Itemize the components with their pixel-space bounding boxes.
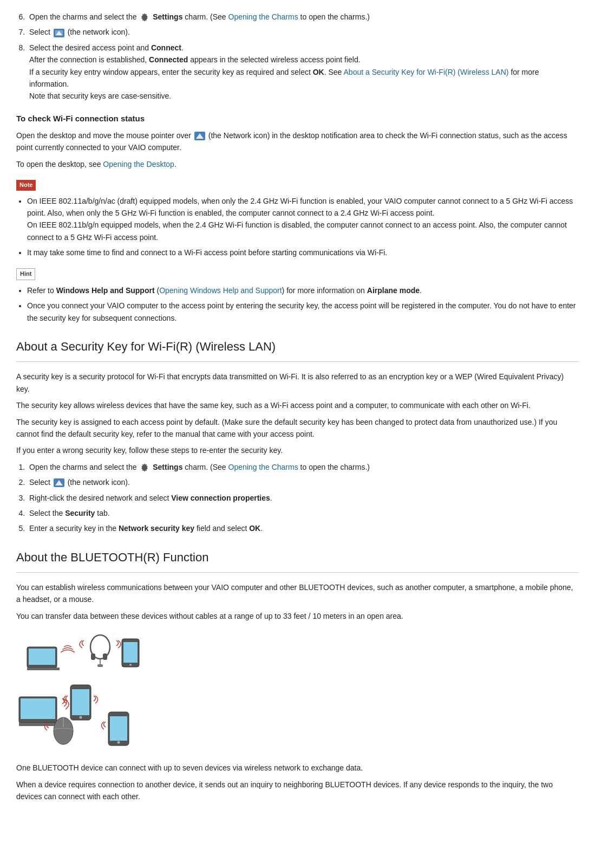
windows-help-link[interactable]: Opening Windows Help and Support: [159, 286, 282, 295]
step8-sub1-bold: Connected: [149, 55, 188, 64]
sk-step-2: Select (the network icon).: [27, 476, 579, 488]
svg-rect-22: [19, 723, 60, 726]
divider-2: [16, 572, 579, 573]
step8-sub2-bold: OK: [313, 68, 324, 76]
divider-1: [16, 361, 579, 362]
wifi-para1-pre: Open the desktop and move the mouse poin…: [16, 131, 191, 140]
sk-para3: The security key is assigned to each acc…: [16, 416, 579, 441]
bt-para1: You can establish wireless communication…: [16, 581, 579, 606]
svg-rect-29: [110, 716, 127, 741]
step8-sub1-pre: After the connection is established,: [29, 55, 147, 64]
sk-para1: A security key is a security protocol fo…: [16, 371, 579, 395]
step-6: Open the charms and select the Settings …: [27, 11, 579, 23]
hint-list: Refer to Windows Help and Support (Openi…: [27, 284, 579, 324]
hint-item-1: Refer to Windows Help and Support (Openi…: [27, 284, 579, 296]
svg-rect-24: [72, 689, 89, 715]
bt-para4: When a device requires connection to ano…: [16, 779, 579, 803]
step6-charm: charm. (See: [185, 12, 226, 21]
sk-step-3: Right-click the desired network and sele…: [27, 492, 579, 504]
settings-icon: [140, 12, 149, 22]
note-item-1: On IEEE 802.11a/b/g/n/ac (draft) equippe…: [27, 195, 579, 244]
sk-para4: If you enter a wrong security key, follo…: [16, 444, 579, 456]
svg-point-19: [129, 664, 132, 666]
step-8: Select the desired access point and Conn…: [27, 42, 579, 102]
step8-sub1-post: appears in the selected wireless access …: [190, 55, 360, 64]
security-key-link-top[interactable]: About a Security Key for Wi-Fi(R) (Wirel…: [344, 68, 509, 76]
svg-point-30: [117, 741, 120, 744]
step8-sub2: If a security key entry window appears, …: [29, 66, 579, 90]
wifi-para2-end: .: [174, 160, 176, 169]
wifi-para1-icon-label: (the Network icon): [208, 131, 270, 140]
step8-sub2-pre: If a security key entry window appears, …: [29, 68, 311, 76]
svg-rect-18: [123, 642, 138, 663]
hint-item-2: Once you connect your VAIO computer to t…: [27, 300, 579, 324]
svg-point-25: [80, 716, 82, 719]
step8-sub1: After the connection is established, Con…: [29, 54, 579, 66]
bluetooth-heading: About the BLUETOOTH(R) Function: [16, 548, 579, 567]
svg-rect-13: [91, 653, 95, 660]
step6-text: Open the charms and select the: [29, 12, 136, 21]
step7-icon-label: (the network icon).: [68, 28, 130, 36]
sk-step-5: Enter a security key in the Network secu…: [27, 522, 579, 534]
step-7: Select (the network icon).: [27, 26, 579, 38]
step8-period: .: [181, 43, 184, 52]
wifi-para1: Open the desktop and move the mouse poin…: [16, 129, 579, 154]
wifi-para2: To open the desktop, see Opening the Des…: [16, 158, 579, 170]
sk-step-1: Open the charms and select the Settings …: [27, 461, 579, 473]
note-list: On IEEE 802.11a/b/g/n/ac (draft) equippe…: [27, 195, 579, 259]
sk-para2: The security key allows wireless devices…: [16, 399, 579, 411]
step7-text: Select: [29, 28, 50, 36]
step8-bold: Connect: [151, 43, 181, 52]
wifi-status-heading: To check Wi-Fi connection status: [16, 112, 579, 125]
note-item-2: It may take some time to find and connec…: [27, 247, 579, 258]
network-icon-2: [194, 132, 205, 140]
svg-rect-14: [103, 653, 107, 660]
step8-pre: Select the desired access point and: [29, 43, 149, 52]
svg-rect-21: [21, 698, 55, 719]
settings-icon-2: [140, 463, 149, 472]
bluetooth-illustration: [16, 631, 579, 753]
step8-sub3: Note that security keys are case-sensiti…: [29, 90, 579, 102]
opening-charms-link-1[interactable]: Opening the Charms: [228, 12, 298, 21]
opening-desktop-link[interactable]: Opening the Desktop: [103, 160, 174, 169]
bt-para2: You can transfer data between these devi…: [16, 610, 579, 622]
bt-para3: One BLUETOOTH device can connect with up…: [16, 762, 579, 774]
wifi-para2-pre: To open the desktop, see: [16, 160, 101, 169]
svg-rect-16: [97, 664, 103, 667]
the-text: the: [446, 301, 456, 310]
security-key-heading: About a Security Key for Wi-Fi(R) (Wirel…: [16, 337, 579, 356]
step8-sub2-mid: . See: [324, 68, 342, 76]
sk-step-4: Select the Security tab.: [27, 507, 579, 519]
step6-settings: Settings: [153, 12, 182, 21]
network-icon-1: [54, 29, 64, 37]
opening-charms-link-2[interactable]: Opening the Charms: [228, 463, 298, 471]
note-badge: Note: [16, 180, 36, 191]
security-key-steps: Open the charms and select the Settings …: [27, 461, 579, 535]
steps-list: Open the charms and select the Settings …: [27, 11, 579, 102]
hint-badge: Hint: [16, 268, 35, 280]
svg-rect-10: [29, 649, 55, 665]
step6-end: to open the charms.): [300, 12, 370, 21]
svg-rect-11: [27, 668, 60, 670]
main-content: Open the charms and select the Settings …: [16, 11, 579, 803]
bluetooth-svg: [16, 631, 146, 750]
network-icon-3: [54, 478, 64, 487]
